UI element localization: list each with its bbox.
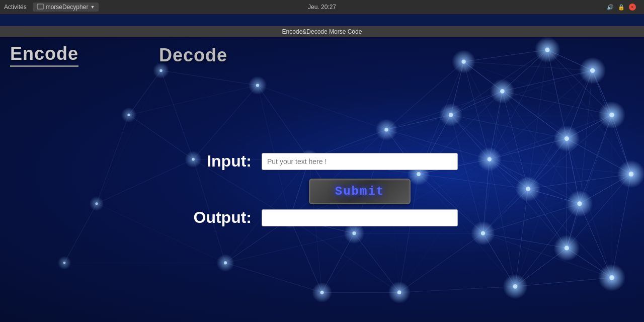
submit-wrapper: Submit xyxy=(309,179,411,204)
submit-button[interactable]: Submit xyxy=(309,179,411,204)
svg-rect-0 xyxy=(37,4,43,9)
taskbar: Activités morseDecypher ▼ Jeu. 20:27 🔊 🔒… xyxy=(0,0,644,14)
network-icon: 🔊 xyxy=(607,4,614,11)
output-label: Output: xyxy=(186,208,252,227)
form-area: Input: Submit Output: xyxy=(0,152,644,231)
taskbar-right: 🔊 🔒 × xyxy=(607,4,644,11)
input-label: Input: xyxy=(186,152,252,171)
nav-tabs: Encode Decode xyxy=(0,37,644,73)
close-button[interactable]: × xyxy=(629,4,636,11)
content-area: Encode&Decode Morse Code Encode Decode I… xyxy=(0,26,644,322)
dropdown-arrow: ▼ xyxy=(90,5,95,10)
text-input[interactable] xyxy=(262,153,458,170)
volume-icon: 🔒 xyxy=(618,4,625,11)
window-title: Encode&Decode Morse Code xyxy=(0,28,644,35)
window-icon xyxy=(37,4,44,11)
taskbar-time: Jeu. 20:27 xyxy=(308,4,336,11)
input-row: Input: xyxy=(186,152,458,171)
tab-decode[interactable]: Decode xyxy=(159,45,227,66)
app-name-label: morseDecypher xyxy=(46,4,89,11)
taskbar-left: Activités morseDecypher ▼ xyxy=(0,3,607,12)
tab-encode[interactable]: Encode xyxy=(10,43,78,67)
window-tab[interactable]: morseDecypher ▼ xyxy=(33,3,99,12)
activities-label[interactable]: Activités xyxy=(4,4,27,11)
output-field[interactable] xyxy=(262,209,458,226)
output-row: Output: xyxy=(186,208,458,227)
